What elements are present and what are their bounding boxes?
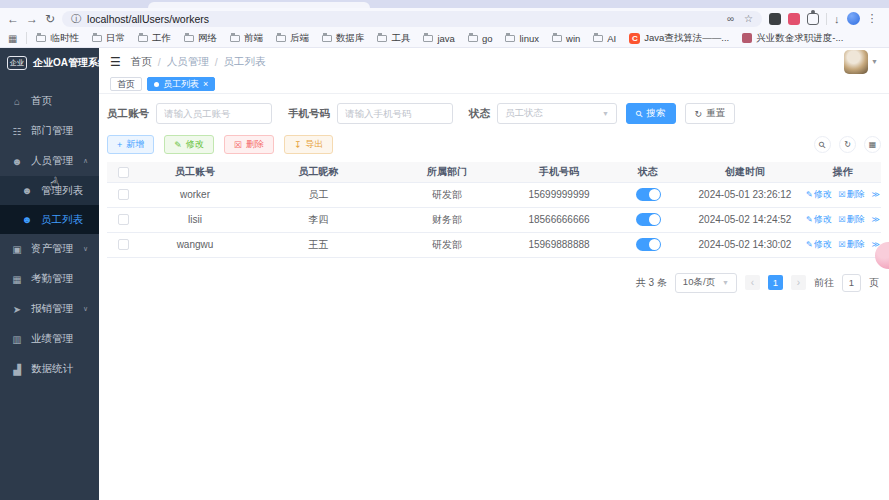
phone-label: 手机号码 xyxy=(288,107,330,121)
row-edit-link[interactable]: ✎修改 xyxy=(806,214,832,224)
reset-button[interactable]: ↻ 重置 xyxy=(685,103,736,124)
status-toggle[interactable] xyxy=(636,238,661,251)
sidebar-item-worker-list[interactable]: 员工列表 xyxy=(0,205,99,234)
bookmark-star-icon[interactable]: ☆ xyxy=(744,13,753,24)
edit-button[interactable]: ✎ 修改 xyxy=(164,135,214,154)
row-more-link[interactable]: ≫更多 xyxy=(871,214,881,224)
bookmark-item[interactable]: CJava查找算法——... xyxy=(629,32,729,45)
tab-worker-list[interactable]: 员工列表 × xyxy=(147,77,215,91)
prev-page-button[interactable]: ‹ xyxy=(745,275,760,290)
browser-profile-avatar[interactable] xyxy=(847,12,860,25)
bookmark-item[interactable]: java xyxy=(423,33,454,44)
col-status: 状态 xyxy=(610,162,686,182)
row-edit-link[interactable]: ✎修改 xyxy=(806,189,832,199)
status-toggle[interactable] xyxy=(636,188,661,201)
phone-input[interactable] xyxy=(337,103,453,124)
row-checkbox[interactable] xyxy=(118,239,129,250)
page-header: ☰ 首页 / 人员管理 / 员工列表 ▼ xyxy=(99,48,889,75)
status-toggle[interactable] xyxy=(636,213,661,226)
bookmark-item[interactable]: 日常 xyxy=(92,32,125,45)
toggle-search-icon[interactable]: ⚲ xyxy=(814,136,831,153)
sidebar-item-reimburse[interactable]: 报销管理∨ xyxy=(0,294,99,324)
breadcrumb-people[interactable]: 人员管理 xyxy=(167,55,209,69)
user-avatar[interactable] xyxy=(844,50,868,74)
folder-icon xyxy=(36,35,46,42)
sidebar-item-performance[interactable]: 业绩管理 xyxy=(0,324,99,354)
downloads-icon[interactable]: ↓ xyxy=(834,13,840,25)
bookmark-item[interactable]: 兴业数金求职进度-... xyxy=(742,32,843,45)
delete-label: 删除 xyxy=(246,138,264,151)
next-page-button[interactable]: › xyxy=(791,275,806,290)
forward-icon[interactable]: → xyxy=(26,13,38,25)
tab-home[interactable]: 首页 xyxy=(110,77,142,91)
attendance-icon xyxy=(11,274,23,285)
bookmark-label: java xyxy=(437,33,454,44)
bookmark-label: 数据库 xyxy=(336,32,365,45)
bookmark-item[interactable]: win xyxy=(552,33,580,44)
search-button[interactable]: ⚲ 搜索 xyxy=(626,103,676,124)
row-checkbox[interactable] xyxy=(118,189,129,200)
tab-close-icon[interactable]: × xyxy=(203,79,208,89)
extension-icon-dark[interactable] xyxy=(769,13,781,25)
row-delete-link[interactable]: ☒删除 xyxy=(838,189,864,199)
status-select[interactable]: 员工状态 ▼ xyxy=(497,103,617,124)
reload-icon[interactable]: ↻ xyxy=(45,13,55,25)
sidebar-item-dept[interactable]: 部门管理 xyxy=(0,116,99,146)
bookmark-item[interactable]: 后端 xyxy=(276,32,309,45)
bookmark-item[interactable]: 临时性 xyxy=(36,32,79,45)
table-row[interactable]: worker 员工 研发部 15699999999 2024-05-01 23:… xyxy=(107,182,881,207)
row-edit-link[interactable]: ✎修改 xyxy=(806,239,832,249)
sidebar-item-label: 考勤管理 xyxy=(31,272,73,286)
page-number[interactable]: 1 xyxy=(768,275,783,290)
edit-icon: ✎ xyxy=(806,215,813,224)
columns-icon[interactable]: ▦ xyxy=(864,136,881,153)
site-info-icon[interactable]: ⓘ xyxy=(71,12,81,26)
bookmark-item[interactable]: 工具 xyxy=(377,32,410,45)
active-dot-icon xyxy=(154,82,159,87)
row-more-link[interactable]: ≫更多 xyxy=(871,189,881,199)
cell-account: worker xyxy=(139,182,251,207)
bookmark-item[interactable]: go xyxy=(468,33,493,44)
url-text[interactable]: localhost/allUsers/workers xyxy=(87,13,209,25)
sidebar-item-asset[interactable]: 资产管理∨ xyxy=(0,234,99,264)
refresh-table-icon[interactable]: ↻ xyxy=(839,136,856,153)
delete-button[interactable]: ☒ 删除 xyxy=(224,135,274,154)
app-logo: 企业 企业OA管理系统 xyxy=(0,48,99,78)
page-size-select[interactable]: 10条/页 ▼ xyxy=(675,273,737,293)
bookmark-item[interactable]: 网络 xyxy=(184,32,217,45)
row-delete-link[interactable]: ☒删除 xyxy=(838,239,864,249)
sidebar-item-home[interactable]: 首页 xyxy=(0,86,99,116)
people-icon xyxy=(11,156,23,167)
back-icon[interactable]: ← xyxy=(7,13,19,25)
export-button[interactable]: ↧ 导出 xyxy=(284,135,334,154)
sidebar-toggle-icon[interactable]: ☰ xyxy=(110,55,121,69)
goto-page-input[interactable] xyxy=(842,274,861,292)
add-button[interactable]: + 新增 xyxy=(107,135,154,154)
table-row[interactable]: wangwu 王五 研发部 15969888888 2024-05-02 14:… xyxy=(107,232,881,257)
row-delete-link[interactable]: ☒删除 xyxy=(838,214,864,224)
sidebar-item-stats[interactable]: 数据统计 xyxy=(0,354,99,384)
row-checkbox[interactable] xyxy=(118,214,129,225)
bookmark-item[interactable]: AI xyxy=(593,33,616,44)
bookmark-item[interactable]: 数据库 xyxy=(322,32,365,45)
extension-icon-pink[interactable] xyxy=(788,13,800,25)
url-bar[interactable]: ⓘ localhost/allUsers/workers ∞ ☆ xyxy=(62,11,762,27)
sidebar-item-admin-list[interactable]: 管理列表 xyxy=(0,176,99,205)
folder-icon xyxy=(184,35,194,42)
sidebar-item-attendance[interactable]: 考勤管理 xyxy=(0,264,99,294)
sidebar-item-people[interactable]: 人员管理∧ xyxy=(0,146,99,176)
performance-icon xyxy=(11,334,23,345)
user-menu[interactable]: ▼ xyxy=(844,50,878,74)
table-row[interactable]: lisii 李四 财务部 18566666666 2024-05-02 14:2… xyxy=(107,207,881,232)
bookmark-item[interactable]: linux xyxy=(505,33,539,44)
apps-grid-icon[interactable]: ▦ xyxy=(8,33,17,44)
extensions-puzzle-icon[interactable] xyxy=(807,13,819,25)
select-all-checkbox[interactable] xyxy=(118,167,129,178)
browser-tab[interactable] xyxy=(148,2,370,8)
bookmark-item[interactable]: 前端 xyxy=(230,32,263,45)
breadcrumb-home[interactable]: 首页 xyxy=(131,55,152,69)
bookmark-item[interactable]: 工作 xyxy=(138,32,171,45)
key-icon[interactable]: ∞ xyxy=(727,13,734,24)
browser-menu-icon[interactable]: ⋮ xyxy=(867,12,878,25)
account-input[interactable] xyxy=(156,103,272,124)
